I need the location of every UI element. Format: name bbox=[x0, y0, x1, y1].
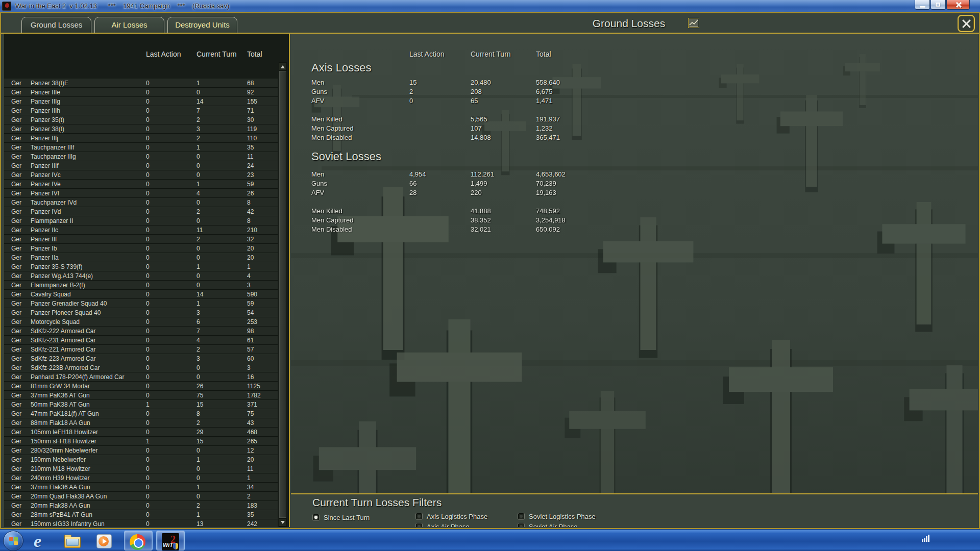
stat-tot: 1,471 bbox=[536, 97, 553, 105]
table-row[interactable]: Ger47mm PaK181(f) AT Gun0875 bbox=[4, 409, 278, 418]
cell-la: 0 bbox=[146, 236, 150, 243]
table-row[interactable]: GerPanzer IIIf0024 bbox=[4, 161, 278, 170]
table-row[interactable]: GerFlammpanzer B-2(f)003 bbox=[4, 281, 278, 290]
table-row[interactable]: GerPanzer IIIg014155 bbox=[4, 97, 278, 106]
cell-la: 0 bbox=[146, 272, 150, 280]
stat-row: Men1520,480558,640 bbox=[291, 79, 978, 88]
scroll-up-icon[interactable] bbox=[279, 63, 286, 70]
table-row[interactable]: GerSdKfz-223 Armored Car0360 bbox=[4, 354, 278, 363]
table-row[interactable]: GerCavalry Squad014590 bbox=[4, 290, 278, 299]
cell-nat: Ger bbox=[11, 484, 21, 491]
internet-explorer-icon[interactable]: e bbox=[34, 532, 52, 550]
table-row[interactable]: GerPanzer Grenadier Squad 400159 bbox=[4, 299, 278, 308]
cell-name: Panzer IIIh bbox=[31, 107, 60, 114]
cell-ct: 0 bbox=[197, 373, 200, 381]
cell-name: 280/320mm Nebelwerfer bbox=[31, 447, 97, 454]
table-row[interactable]: GerPanzer Wg.A13 744(e)004 bbox=[4, 271, 278, 281]
chart-icon[interactable] bbox=[688, 18, 699, 28]
table-row[interactable]: GerPanzer IIIj02110 bbox=[4, 134, 278, 143]
stat-label: AFV bbox=[311, 189, 324, 196]
tab-ground-losses[interactable]: Ground Losses bbox=[21, 17, 91, 33]
table-row[interactable]: GerPanzer IVf0426 bbox=[4, 189, 278, 198]
cell-la: 0 bbox=[146, 153, 150, 160]
cell-name: 150mm Nebelwerfer bbox=[31, 456, 86, 463]
file-explorer-icon[interactable] bbox=[63, 532, 82, 550]
table-row[interactable]: Ger105mm leFH18 Howitzer029468 bbox=[4, 428, 278, 437]
table-row[interactable]: Ger280/320mm Nebelwerfer0012 bbox=[4, 446, 278, 455]
maximize-button[interactable] bbox=[930, 0, 946, 10]
cell-la: 0 bbox=[146, 217, 150, 224]
table-row[interactable]: Ger20mm Quad Flak38 AA Gun002 bbox=[4, 492, 278, 501]
radio-icon[interactable] bbox=[415, 513, 423, 520]
table-row[interactable]: GerSdKfz-223B Armored Car003 bbox=[4, 363, 278, 372]
table-row[interactable]: GerPanzer IIIh0771 bbox=[4, 106, 278, 115]
table-row[interactable]: GerPanzer IVe0159 bbox=[4, 180, 278, 189]
table-row[interactable]: GerPanzer 38(t)E0168 bbox=[4, 79, 278, 88]
table-row[interactable]: GerSdKfz-231 Armored Car0461 bbox=[4, 336, 278, 345]
tab-air-losses[interactable]: Air Losses bbox=[94, 17, 164, 33]
stat-ct: 220 bbox=[471, 189, 482, 196]
table-row[interactable]: GerFlammpanzer II008 bbox=[4, 216, 278, 226]
close-screen-button[interactable] bbox=[958, 15, 975, 32]
cell-ct: 2 bbox=[197, 346, 200, 353]
table-row[interactable]: GerTauchpanzer IIIf0135 bbox=[4, 143, 278, 152]
table-row[interactable]: GerTauchpanzer IVd008 bbox=[4, 198, 278, 207]
table-row[interactable]: Ger37mm PaK36 AT Gun0751782 bbox=[4, 391, 278, 400]
cell-name: Panzer IVc bbox=[31, 171, 61, 179]
table-scrollbar[interactable] bbox=[279, 62, 287, 527]
table-row[interactable]: GerPanzer IVc0023 bbox=[4, 170, 278, 180]
table-row[interactable]: GerSdKfz-222 Armored Car0798 bbox=[4, 327, 278, 336]
table-row[interactable]: Ger88mm Flak18 AA Gun0243 bbox=[4, 418, 278, 428]
table-row[interactable]: Ger210mm M18 Howitzer0011 bbox=[4, 464, 278, 473]
table-row[interactable]: GerPanzer 35-S 739(f)011 bbox=[4, 262, 278, 271]
cell-nat: Ger bbox=[11, 144, 21, 151]
radio-icon[interactable] bbox=[415, 523, 423, 527]
cell-ct: 2 bbox=[197, 116, 200, 123]
close-window-button[interactable] bbox=[946, 0, 970, 10]
table-row[interactable]: GerPanzer Pioneer Squad 400354 bbox=[4, 308, 278, 317]
table-row[interactable]: GerPanzer 35(t)0230 bbox=[4, 115, 278, 124]
cell-nat: Ger bbox=[11, 465, 21, 472]
tab-destroyed-units[interactable]: Destroyed Units bbox=[167, 17, 237, 33]
table-row[interactable]: GerPanzer IIc011210 bbox=[4, 226, 278, 235]
table-row[interactable]: GerPanhard 178-P204(f) Armored Car0016 bbox=[4, 372, 278, 382]
cell-tot: 20 bbox=[247, 456, 254, 463]
table-row[interactable]: GerTauchpanzer IIIg0011 bbox=[4, 152, 278, 161]
table-row[interactable]: Ger240mm H39 Howitzer001 bbox=[4, 473, 278, 483]
cell-tot: 371 bbox=[247, 401, 257, 408]
window-titlebar[interactable]: War in the East 2 v 1.02.13 *** 1941 Cam… bbox=[0, 0, 980, 12]
table-row[interactable]: GerPanzer Ib0020 bbox=[4, 244, 278, 253]
cell-ct: 7 bbox=[197, 328, 200, 335]
table-row[interactable]: GerMotorcycle Squad06253 bbox=[4, 317, 278, 327]
table-row[interactable]: GerPanzer IIIe0092 bbox=[4, 88, 278, 97]
scrollbar-thumb[interactable] bbox=[279, 71, 286, 518]
table-row[interactable]: GerPanzer IIa0020 bbox=[4, 253, 278, 262]
cell-la: 0 bbox=[146, 282, 150, 289]
stat-row: Men Killed41,888748,592 bbox=[291, 207, 978, 216]
cell-name: 105mm leFH18 Howitzer bbox=[31, 429, 98, 436]
table-row[interactable]: Ger150mm sIG33 Infantry Gun013242 bbox=[4, 519, 278, 527]
cell-name: Panzer Grenadier Squad 40 bbox=[31, 300, 107, 307]
table-row[interactable]: GerPanzer 38(t)03119 bbox=[4, 124, 278, 134]
table-row[interactable]: Ger28mm sPzB41 AT Gun0135 bbox=[4, 510, 278, 519]
table-row[interactable]: GerSdKfz-221 Armored Car0257 bbox=[4, 345, 278, 354]
radio-icon[interactable] bbox=[312, 514, 320, 521]
table-row[interactable]: Ger150mm sFH18 Howitzer115265 bbox=[4, 437, 278, 446]
cell-la: 0 bbox=[146, 162, 150, 169]
table-row[interactable]: Ger20mm Flak38 AA Gun02183 bbox=[4, 501, 278, 510]
table-row[interactable]: Ger50mm PaK38 AT Gun115371 bbox=[4, 400, 278, 409]
scroll-down-icon[interactable] bbox=[279, 519, 286, 526]
table-row[interactable]: Ger81mm GrW 34 Mortar0261125 bbox=[4, 382, 278, 391]
chrome-taskbar-button[interactable] bbox=[124, 531, 153, 550]
wite2-taskbar-button[interactable]: 2WiTE bbox=[156, 531, 185, 550]
start-button[interactable] bbox=[3, 531, 23, 551]
minimize-button[interactable] bbox=[915, 0, 930, 10]
table-row[interactable]: GerPanzer IIf0232 bbox=[4, 235, 278, 244]
media-player-icon[interactable] bbox=[95, 532, 113, 550]
radio-icon[interactable] bbox=[518, 513, 525, 520]
radio-icon[interactable] bbox=[518, 523, 525, 527]
cell-name: Panzer Ib bbox=[31, 245, 57, 252]
table-row[interactable]: Ger37mm Flak36 AA Gun0134 bbox=[4, 483, 278, 492]
table-row[interactable]: Ger150mm Nebelwerfer0120 bbox=[4, 455, 278, 464]
table-row[interactable]: GerPanzer IVd0242 bbox=[4, 207, 278, 216]
